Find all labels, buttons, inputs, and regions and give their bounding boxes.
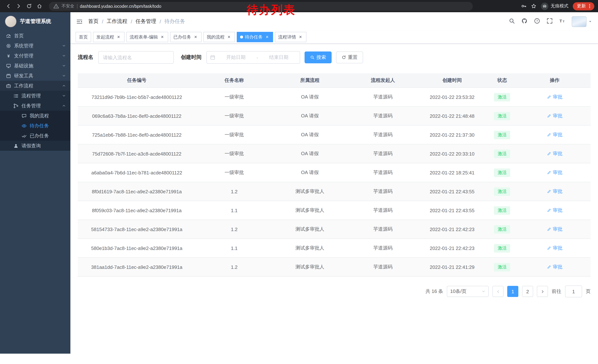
refresh-icon [342, 55, 346, 60]
dashboard-icon [6, 33, 11, 38]
page-content: 流程名 创建时间 开始日期 - 结束日期 搜索 重 [70, 44, 598, 364]
tab-process-detail[interactable]: 流程详情× [275, 32, 307, 42]
forward-button[interactable] [14, 2, 23, 11]
sidebar-item-home[interactable]: 首页 [0, 31, 70, 41]
back-button[interactable] [4, 2, 13, 11]
chevron-up-icon [62, 104, 66, 108]
breadcrumb-separator: / [102, 18, 103, 24]
tab-todo-tasks[interactable]: 待办任务× [237, 32, 273, 42]
key-icon[interactable] [521, 3, 526, 9]
gear-icon [6, 43, 11, 48]
approve-link[interactable]: 审批 [547, 131, 562, 138]
tab-done-tasks[interactable]: 已办任务× [170, 32, 201, 42]
tab-home[interactable]: 首页 [75, 32, 91, 42]
sidebar-item-infrastructure[interactable]: 基础设施 [0, 61, 70, 71]
devtools-icon [6, 73, 11, 78]
close-icon[interactable]: × [116, 34, 121, 40]
breadcrumb-separator: / [131, 18, 132, 24]
approve-link[interactable]: 审批 [547, 169, 562, 176]
sidebar-item-process-mgmt[interactable]: 流程管理 [0, 91, 70, 101]
reset-button[interactable]: 重置 [336, 51, 363, 63]
page-size-select[interactable]: 10条/页 [447, 286, 489, 297]
kebab-menu-icon[interactable] [587, 3, 592, 9]
process-icon [13, 93, 18, 98]
pencil-icon [547, 227, 551, 231]
font-size-icon[interactable]: TT [559, 18, 565, 25]
status-badge: 激活 [494, 149, 510, 158]
cell-task-name: 一级审批 [196, 106, 273, 125]
column-header-action: 操作 [519, 73, 590, 88]
sidebar-item-system-mgmt[interactable]: 系统管理 [0, 41, 70, 51]
cell-task-name: 1.1 [196, 201, 273, 220]
close-icon[interactable]: × [265, 34, 270, 40]
sidebar-item-todo-tasks[interactable]: 待办任务 [0, 121, 70, 131]
goto-page-input[interactable] [565, 285, 582, 297]
user-icon [13, 143, 18, 148]
forward-icon [16, 3, 21, 9]
sidebar-item-done-tasks[interactable]: 已办任务 [0, 131, 70, 141]
tab-my-process[interactable]: 我的流程× [203, 32, 235, 42]
cell-flow: OA 请假 [273, 106, 347, 125]
table-row: 8f059c03-7ac8-11ec-a9e2-a2380e71991a1.1测… [78, 201, 590, 220]
update-button[interactable]: 更新 [573, 2, 594, 10]
process-name-input[interactable] [98, 51, 174, 64]
date-range-picker[interactable]: 开始日期 - 结束日期 [206, 51, 300, 64]
table-header-row: 任务编号任务名称所属流程流程发起人创建时间状态操作 [78, 73, 590, 88]
page-button-1[interactable]: 1 [507, 286, 518, 297]
approve-link[interactable]: 审批 [547, 150, 562, 157]
sidebar-item-payment-mgmt[interactable]: ¥支付管理 [0, 51, 70, 61]
logo-row[interactable]: 芋道管理系统 [0, 12, 70, 31]
star-icon[interactable] [531, 3, 537, 9]
process-name-label: 流程名 [78, 54, 93, 61]
cell-starter: 芋道源码 [347, 182, 419, 201]
tab-form-edit[interactable]: 流程表单-编辑× [126, 32, 168, 42]
question-icon[interactable]: ? [534, 18, 540, 25]
approve-link[interactable]: 审批 [547, 207, 562, 214]
calendar-icon [210, 55, 215, 60]
breadcrumb-item[interactable]: 任务管理 [136, 18, 156, 25]
close-icon[interactable]: × [193, 34, 198, 40]
approve-link[interactable]: 审批 [547, 188, 562, 195]
user-avatar-menu[interactable] [572, 16, 592, 27]
cell-task-id: 381aa1dd-7ac8-11ec-a9e2-a2380e71991a [78, 258, 196, 276]
cell-task-id: 58154733-7ac8-11ec-a9e2-a2380e71991a [78, 220, 196, 239]
fullscreen-icon[interactable] [547, 18, 553, 25]
sidebar-item-dev-tools[interactable]: 研发工具 [0, 71, 70, 81]
tags-view-bar: 首页发起流程×流程表单-编辑×已办任务×我的流程×待办任务×流程详情× [70, 31, 598, 44]
search-icon[interactable] [509, 18, 515, 25]
cell-flow: OA 请假 [273, 125, 347, 144]
cell-task-name: 1.1 [196, 239, 273, 258]
search-button[interactable]: 搜索 [305, 51, 332, 63]
close-icon[interactable]: × [226, 34, 232, 40]
create-time-label: 创建时间 [181, 54, 201, 61]
prev-page-button[interactable] [492, 286, 504, 297]
next-page-button[interactable] [537, 286, 548, 297]
sidebar-item-task-mgmt[interactable]: 任务管理 [0, 101, 70, 111]
url-text: dashboard.yudao.iocoder.cn/bpm/task/todo [80, 4, 161, 8]
github-icon[interactable] [521, 18, 528, 25]
menu-fold-icon[interactable] [76, 18, 83, 25]
breadcrumb-item[interactable]: 工作流程 [107, 18, 127, 25]
sidebar-item-my-process[interactable]: 我的流程 [0, 111, 70, 121]
sidebar-item-workflow[interactable]: 工作流程 [0, 81, 70, 91]
breadcrumb-item[interactable]: 首页 [88, 18, 99, 25]
sidebar-item-leave-query[interactable]: 请假查询 [0, 141, 70, 151]
status-badge: 激活 [494, 244, 510, 252]
approve-link[interactable]: 审批 [547, 94, 562, 100]
address-bar[interactable]: 不安全 dashboard.yudao.iocoder.cn/bpm/task/… [49, 2, 473, 11]
home-button[interactable] [35, 2, 44, 11]
approve-link[interactable]: 审批 [547, 245, 562, 251]
cell-starter: 芋道源码 [347, 163, 419, 182]
close-icon[interactable]: × [298, 34, 303, 40]
approve-link[interactable]: 审批 [547, 264, 562, 270]
approve-link[interactable]: 审批 [547, 226, 562, 233]
cell-time: 2022-01-21 22:43:55 [419, 182, 486, 201]
reload-button[interactable] [25, 2, 33, 11]
close-icon[interactable]: × [160, 34, 165, 40]
browser-chrome: 不安全 dashboard.yudao.iocoder.cn/bpm/task/… [0, 0, 598, 12]
cell-task-name: 1.2 [196, 220, 273, 239]
page-button-2[interactable]: 2 [522, 286, 533, 297]
page-number-list: 12 [507, 286, 533, 297]
approve-link[interactable]: 审批 [547, 113, 562, 119]
tab-start-process[interactable]: 发起流程× [93, 32, 125, 42]
